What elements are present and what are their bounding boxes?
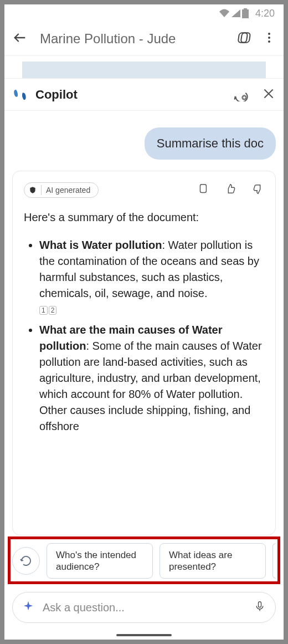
refresh-icon [19,554,33,568]
suggestion-chip[interactable]: Who's the intended audience? [47,543,153,579]
wifi-icon [219,9,230,18]
sparkle-icon [23,600,35,615]
list-item: What is Water pollution: Water pollution… [39,237,264,318]
status-bar: 4:20 [4,4,284,22]
svg-point-4 [268,33,270,35]
suggestion-chip-overflow[interactable] [272,543,276,579]
question-input-container [12,592,276,623]
microphone-icon[interactable] [254,600,265,615]
copilot-title: Copilot [35,88,225,102]
thumbs-down-icon[interactable] [252,182,264,198]
close-icon[interactable] [261,86,276,103]
status-icons [219,8,249,18]
refresh-suggestions-button[interactable] [12,547,40,575]
document-preview-peek [4,56,284,78]
svg-rect-8 [200,185,206,193]
summary-intro: Here's a summary of the document: [24,211,264,224]
back-icon[interactable] [12,30,28,48]
suggestion-chip[interactable]: What ideas are presented? [160,543,266,579]
copilot-logo-icon [12,87,28,103]
suggestion-label: Who's the intended audience? [56,549,143,573]
copy-icon[interactable] [197,182,209,198]
bullet-body: : Some of the main causes of Water pollu… [39,340,262,432]
suggestion-row-wrap: Who's the intended audience? What ideas … [4,535,284,587]
ai-generated-badge[interactable]: AI generated [24,182,99,198]
ai-response-card: AI generated Here's a summary of the doc… [12,171,276,535]
suggestion-label: What ideas are presented? [169,549,256,573]
device-frame: 4:20 Marine Pollution - Jude Copilot [0,0,288,644]
svg-point-5 [268,37,270,39]
ai-badge-label: AI generated [46,186,90,195]
svg-rect-1 [244,8,247,9]
battery-icon [242,8,249,18]
suggestion-row: Who's the intended audience? What ideas … [4,536,284,586]
bullet-heading: What is Water pollution [39,239,162,251]
shield-icon [29,186,37,195]
copilot-header-icon[interactable] [237,29,254,48]
svg-rect-2 [238,33,248,43]
thumbs-up-icon[interactable] [224,182,236,198]
chat-area: Summarise this doc AI generated [4,110,284,535]
svg-rect-0 [242,9,249,18]
reference-chip[interactable]: 1 [39,306,48,315]
svg-rect-3 [241,33,250,43]
user-message-row: Summarise this doc [12,111,276,171]
summary-list: What is Water pollution: Water pollution… [24,237,264,435]
home-indicator[interactable] [116,634,172,636]
ai-meta-row: AI generated [24,182,264,198]
list-item: What are the main causes of Water pollut… [39,322,264,435]
title-bar: Marine Pollution - Jude [4,22,284,55]
new-chat-icon[interactable] [233,86,248,104]
document-title: Marine Pollution - Jude [40,31,228,47]
svg-rect-9 [259,602,261,607]
reference-chip[interactable]: 2 [49,306,57,315]
cell-icon [231,9,241,18]
more-icon[interactable] [263,31,276,47]
svg-point-6 [268,40,270,43]
status-time: 4:20 [255,8,275,19]
copilot-panel-header: Copilot [4,78,284,110]
user-message-bubble: Summarise this doc [145,127,276,160]
input-row [4,586,284,640]
question-input[interactable] [43,601,246,614]
